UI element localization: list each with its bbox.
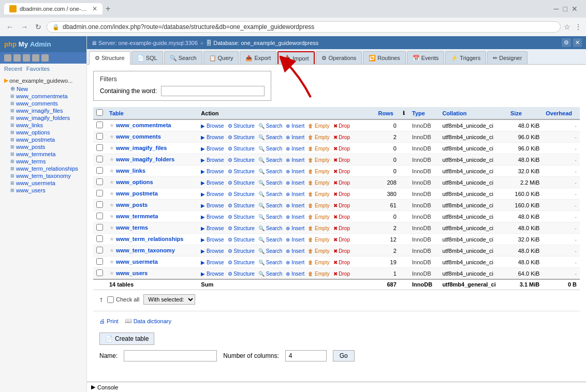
col-collation[interactable]: Collation	[439, 107, 507, 119]
table-name-link-2[interactable]: www_imagify_files	[116, 145, 167, 151]
table-name-link-3[interactable]: www_imagify_folders	[116, 156, 174, 162]
table-name-link-0[interactable]: www_commentmeta	[116, 122, 171, 128]
empty-link-2[interactable]: 🗑 Empty	[308, 146, 329, 152]
forward-button[interactable]: →	[19, 22, 30, 32]
tab-search[interactable]: 🔍 Search	[164, 51, 202, 64]
with-selected-dropdown[interactable]: With selected:	[143, 294, 195, 305]
row-checkbox-12[interactable]	[96, 258, 103, 265]
sidebar-item-termmeta[interactable]: ⊞ www_termmeta	[0, 150, 86, 158]
drop-link-12[interactable]: ✖ Drop	[333, 260, 350, 265]
empty-link-10[interactable]: 🗑 Empty	[308, 237, 329, 243]
bookmark-icon[interactable]: ☆	[564, 23, 570, 31]
empty-link-0[interactable]: 🗑 Empty	[308, 123, 329, 129]
print-link[interactable]: 🖨 Print	[99, 318, 119, 324]
empty-link-8[interactable]: 🗑 Empty	[308, 214, 329, 220]
insert-link-3[interactable]: ⊕ Insert	[286, 157, 304, 163]
empty-link-13[interactable]: 🗑 Empty	[308, 271, 329, 277]
star-icon-10[interactable]: ★	[109, 236, 114, 242]
row-checkbox-8[interactable]	[96, 213, 103, 219]
favorites-link[interactable]: Favorites	[26, 66, 50, 72]
browse-link-11[interactable]: ▶ Browse	[201, 248, 224, 254]
toolbar-settings-button[interactable]: ⚙	[562, 38, 571, 47]
browse-link-6[interactable]: ▶ Browse	[201, 191, 224, 197]
drop-link-5[interactable]: ✖ Drop	[333, 180, 350, 186]
columns-input[interactable]	[285, 350, 327, 361]
sidebar-item-postmeta[interactable]: ⊞ www_postmeta	[0, 136, 86, 143]
star-icon-13[interactable]: ★	[109, 270, 114, 276]
row-checkbox-4[interactable]	[96, 167, 103, 174]
search-link-11[interactable]: 🔍 Search	[258, 248, 282, 254]
maximize-button[interactable]: □	[563, 5, 567, 13]
insert-link-2[interactable]: ⊕ Insert	[286, 146, 304, 152]
search-link-9[interactable]: 🔍 Search	[258, 225, 282, 231]
toolbar-close-button[interactable]: ✕	[573, 38, 582, 47]
empty-link-5[interactable]: 🗑 Empty	[308, 180, 329, 186]
col-type[interactable]: Type	[409, 107, 439, 119]
table-name-link-10[interactable]: www_term_relationships	[116, 236, 183, 242]
star-icon-0[interactable]: ★	[109, 122, 114, 128]
drop-link-8[interactable]: ✖ Drop	[333, 214, 350, 220]
info-icon[interactable]	[32, 54, 39, 62]
recent-link[interactable]: Recent	[4, 66, 22, 72]
row-checkbox-9[interactable]	[96, 224, 103, 231]
insert-link-5[interactable]: ⊕ Insert	[286, 180, 304, 186]
insert-link-9[interactable]: ⊕ Insert	[286, 225, 304, 231]
empty-link-9[interactable]: 🗑 Empty	[308, 225, 329, 231]
minimize-button[interactable]: ─	[554, 5, 559, 13]
insert-link-11[interactable]: ⊕ Insert	[286, 248, 304, 254]
structure-link-0[interactable]: ⚙ Structure	[228, 123, 255, 129]
tab-structure[interactable]: ⚙ Structure	[89, 51, 130, 65]
insert-link-0[interactable]: ⊕ Insert	[286, 123, 304, 129]
search-link-13[interactable]: 🔍 Search	[258, 271, 282, 277]
star-icon-9[interactable]: ★	[109, 224, 114, 231]
star-icon-4[interactable]: ★	[109, 168, 114, 174]
structure-link-7[interactable]: ⚙ Structure	[228, 203, 255, 208]
search-link-6[interactable]: 🔍 Search	[258, 191, 282, 197]
table-name-input[interactable]	[124, 350, 217, 361]
sidebar-item-term-relationships[interactable]: ⊞ www_term_relationships	[0, 165, 86, 172]
drop-link-9[interactable]: ✖ Drop	[333, 225, 350, 231]
sidebar-item-imagify-files[interactable]: ⊞ www_imagify_files	[0, 107, 86, 114]
star-icon-7[interactable]: ★	[109, 202, 114, 208]
empty-link-12[interactable]: 🗑 Empty	[308, 260, 329, 265]
row-checkbox-13[interactable]	[96, 269, 103, 276]
drop-link-1[interactable]: ✖ Drop	[333, 134, 350, 140]
structure-link-1[interactable]: ⚙ Structure	[228, 134, 255, 140]
sidebar-item-commentmeta[interactable]: ⊞ www_commentmeta	[0, 93, 86, 100]
insert-link-12[interactable]: ⊕ Insert	[286, 260, 304, 265]
tab-import[interactable]: 📥 Import	[277, 51, 315, 64]
browse-link-3[interactable]: ▶ Browse	[201, 157, 224, 163]
user-icon[interactable]	[23, 54, 30, 62]
table-name-link-9[interactable]: www_terms	[116, 224, 148, 231]
browse-link-4[interactable]: ▶ Browse	[201, 169, 224, 174]
table-name-link-4[interactable]: www_links	[116, 168, 145, 174]
search-link-1[interactable]: 🔍 Search	[258, 134, 282, 140]
browse-link-5[interactable]: ▶ Browse	[201, 180, 224, 186]
logo[interactable]: phpMyAdmin	[0, 36, 86, 52]
sidebar-db-item[interactable]: ▶ one_example_guidewo...	[0, 76, 86, 85]
star-icon-3[interactable]: ★	[109, 156, 114, 162]
empty-link-7[interactable]: 🗑 Empty	[308, 203, 329, 208]
insert-link-8[interactable]: ⊕ Insert	[286, 214, 304, 220]
sidebar-new-item[interactable]: ⊕ New	[0, 85, 86, 93]
sidebar-item-usermeta[interactable]: ⊞ www_usermeta	[0, 179, 86, 187]
browse-link-13[interactable]: ▶ Browse	[201, 271, 224, 277]
tab-query[interactable]: 📋 Query	[203, 51, 239, 64]
drop-link-13[interactable]: ✖ Drop	[333, 271, 350, 277]
row-checkbox-7[interactable]	[96, 201, 103, 208]
drop-link-10[interactable]: ✖ Drop	[333, 237, 350, 243]
row-checkbox-3[interactable]	[96, 156, 103, 162]
search-link-10[interactable]: 🔍 Search	[258, 237, 282, 243]
extensions-icon[interactable]: ⋮	[575, 23, 582, 31]
row-checkbox-5[interactable]	[96, 178, 103, 185]
structure-link-6[interactable]: ⚙ Structure	[228, 191, 255, 197]
drop-link-7[interactable]: ✖ Drop	[333, 203, 350, 208]
home-icon[interactable]	[4, 54, 11, 62]
tab-routines[interactable]: 🔁 Routines	[363, 51, 405, 64]
address-bar[interactable]: 🔒 dbadmin.one.com/index.php?route=/datab…	[47, 21, 561, 33]
search-link-12[interactable]: 🔍 Search	[258, 260, 282, 265]
browse-link-7[interactable]: ▶ Browse	[201, 203, 224, 208]
plugin-icon[interactable]	[41, 54, 49, 62]
structure-link-2[interactable]: ⚙ Structure	[228, 146, 255, 152]
select-all-checkbox[interactable]	[96, 109, 103, 116]
